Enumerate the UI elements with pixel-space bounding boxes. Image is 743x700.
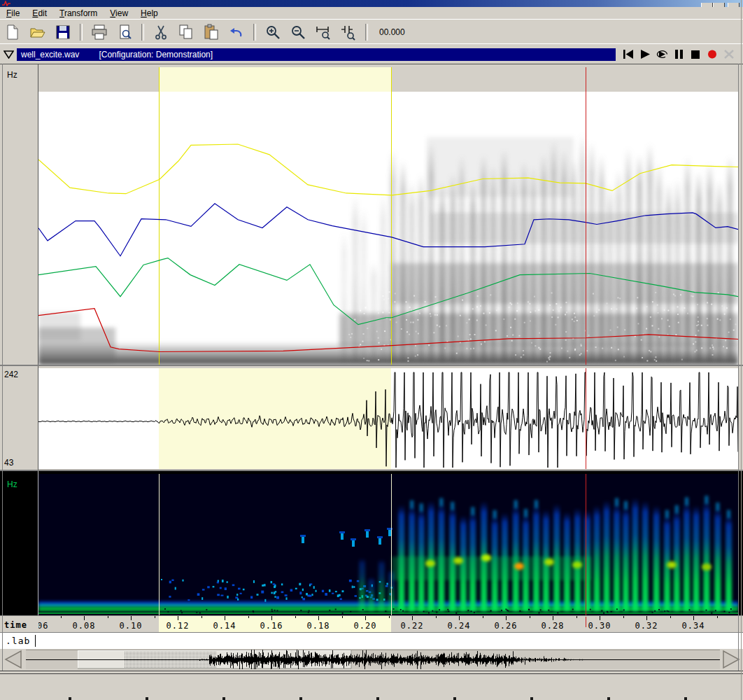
time-tick-label: 0.34 xyxy=(682,621,705,631)
zoom-selection-button[interactable] xyxy=(313,23,333,41)
scrollbar-track-canvas[interactable] xyxy=(26,650,720,669)
time-minor-tick xyxy=(670,616,671,618)
time-major-tick xyxy=(225,616,225,620)
pause-button[interactable] xyxy=(670,48,687,61)
time-tick-label: 0.10 xyxy=(120,621,143,631)
close-icon xyxy=(723,49,735,60)
time-tick-label: 0.20 xyxy=(354,621,377,631)
taskbar-button-edge xyxy=(376,697,379,700)
time-tick-label: 0.24 xyxy=(448,621,471,631)
file-title-bar[interactable]: well_excite.wav [Configuration: Demonstr… xyxy=(17,48,616,61)
taskbar-button-edge xyxy=(69,697,71,700)
toolbar: 00.000 xyxy=(0,19,743,45)
scroll-left-button[interactable] xyxy=(3,650,24,669)
zoom-out-icon xyxy=(290,24,306,41)
formant-spectrogram-canvas[interactable] xyxy=(38,67,738,365)
taskbar-button-edge xyxy=(222,697,225,700)
time-tick-label: 0.26 xyxy=(495,621,518,631)
toolbar-separator xyxy=(80,24,83,41)
close-button[interactable] xyxy=(721,48,737,61)
time-major-tick xyxy=(318,616,319,620)
open-button[interactable] xyxy=(28,23,48,41)
cut-button[interactable] xyxy=(151,23,171,41)
time-major-tick xyxy=(506,616,507,620)
file-name: well_excite.wav xyxy=(21,50,79,59)
waveform-canvas[interactable] xyxy=(38,368,738,469)
taskbar-button-edge xyxy=(530,697,533,700)
taskbar-button-edge xyxy=(146,697,148,700)
skip-to-start-button[interactable] xyxy=(620,48,637,61)
collapse-pane-button[interactable] xyxy=(0,48,17,62)
print-preview-button[interactable] xyxy=(115,23,134,41)
overview-scrollbar xyxy=(0,649,743,671)
zoom-in-button[interactable] xyxy=(263,23,283,41)
transcription-row[interactable]: .lab xyxy=(0,632,743,650)
frame-edge xyxy=(2,64,3,671)
file-bar: well_excite.wav [Configuration: Demonstr… xyxy=(0,43,743,64)
time-tick-label: 0.12 xyxy=(167,621,190,631)
time-tick-label: 0.22 xyxy=(401,621,424,631)
formant-panel: Hz 5600540052005000480046004400420040003… xyxy=(0,64,743,365)
time-major-tick xyxy=(600,616,600,620)
new-document-button[interactable] xyxy=(3,23,22,41)
play-button[interactable] xyxy=(637,48,653,61)
frame-edge xyxy=(738,64,739,671)
zoom-all-button[interactable] xyxy=(339,23,358,41)
time-major-tick xyxy=(271,616,272,620)
time-tick-label: 0.18 xyxy=(307,621,330,631)
print-button[interactable] xyxy=(90,23,109,41)
zoom-selection-icon xyxy=(315,24,332,41)
undo-icon xyxy=(228,24,245,41)
time-tick-label: 0.30 xyxy=(588,621,611,631)
formant-axis-unit: Hz xyxy=(7,70,17,80)
time-major-tick xyxy=(131,616,132,620)
time-axis-scale[interactable]: 0.060.080.100.120.140.160.180.200.220.24… xyxy=(38,616,738,633)
time-major-tick xyxy=(365,616,366,620)
configuration-label: [Configuration: Demonstration] xyxy=(99,50,213,59)
time-tick-label: 0.14 xyxy=(213,621,236,631)
time-major-tick xyxy=(646,616,647,620)
paste-button[interactable] xyxy=(201,23,221,41)
undo-button[interactable] xyxy=(227,23,246,41)
copy-button[interactable] xyxy=(176,23,196,41)
time-tick-label: 0.06 xyxy=(38,621,48,631)
time-minor-tick xyxy=(389,616,390,618)
color-spectrogram-canvas[interactable] xyxy=(38,474,738,615)
time-minor-tick xyxy=(248,616,249,618)
print-preview-icon xyxy=(116,24,133,41)
time-minor-tick xyxy=(576,616,577,618)
menu-item-view[interactable]: View xyxy=(104,8,134,19)
menu-item-help[interactable]: Help xyxy=(134,8,164,19)
time-major-tick xyxy=(84,616,85,620)
pause-icon xyxy=(673,49,685,60)
spectrogram-axis-unit: Hz xyxy=(7,479,17,489)
record-button[interactable] xyxy=(704,48,721,61)
time-major-tick xyxy=(459,616,460,620)
menu-item-file[interactable]: File xyxy=(0,8,26,19)
taskbar-button-edge xyxy=(607,697,610,700)
time-axis-cursor xyxy=(586,617,586,627)
time-minor-tick xyxy=(483,616,483,618)
toolbar-separator xyxy=(253,24,256,41)
zoom-all-icon xyxy=(340,24,357,41)
menu-item-transform[interactable]: Transform xyxy=(53,8,104,19)
menu-item-edit[interactable]: Edit xyxy=(26,8,53,19)
time-minor-tick xyxy=(295,616,296,618)
play-loop-button[interactable] xyxy=(653,48,670,61)
zoom-out-button[interactable] xyxy=(288,23,308,41)
time-minor-tick xyxy=(155,616,155,618)
taskbar-button-edge xyxy=(299,697,302,700)
menu-bar: FileEditTransformViewHelp xyxy=(0,7,743,20)
time-minor-tick xyxy=(717,616,718,618)
time-readout: 00.000 xyxy=(379,27,405,37)
save-button[interactable] xyxy=(53,23,73,41)
title-bar[interactable] xyxy=(0,0,743,7)
stop-button[interactable] xyxy=(687,48,704,61)
spectrogram-panel: Hz 4000350030002500200015001000500 xyxy=(0,470,743,617)
copy-icon xyxy=(178,24,194,41)
triangle-down-icon xyxy=(3,50,14,59)
separator xyxy=(0,671,743,674)
time-minor-tick xyxy=(436,616,437,618)
arrow-right-icon xyxy=(723,651,739,668)
paste-icon xyxy=(203,24,220,41)
